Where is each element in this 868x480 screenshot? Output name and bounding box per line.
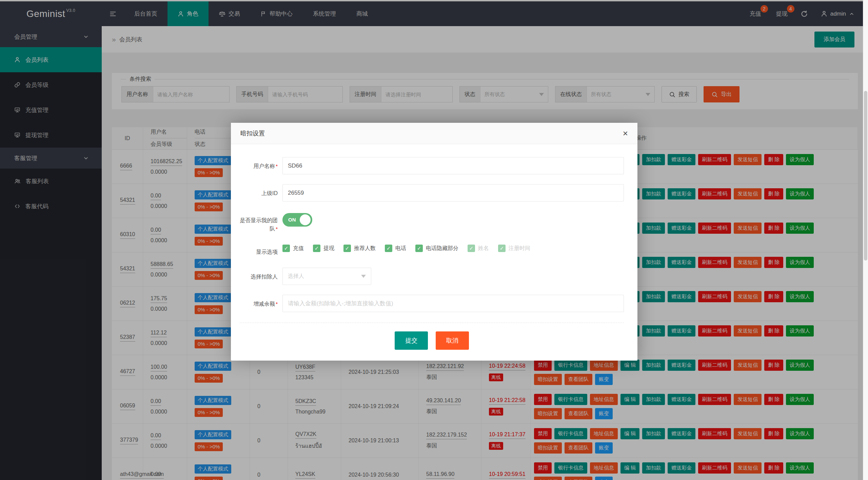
required-mark: * — [276, 163, 278, 169]
option-label: 提现 — [323, 245, 334, 252]
deduct-person-value: 选择人 — [288, 273, 304, 280]
checkbox-checked-icon: ✓ — [468, 245, 475, 252]
checkbox-checked-icon: ✓ — [415, 245, 423, 252]
display-options-label-text: 显示选项 — [256, 249, 278, 255]
option-checkbox-电话隐藏部分[interactable]: ✓电话隐藏部分 — [415, 245, 458, 252]
show-team-label-text: 是否显示我的团队 — [240, 217, 278, 232]
option-label: 推荐人数 — [354, 245, 376, 252]
show-team-toggle[interactable]: ON — [282, 213, 312, 227]
close-icon[interactable]: × — [623, 129, 628, 138]
amount-label-text: 增减余额 — [253, 301, 275, 307]
parent-id-label: 上级ID — [240, 189, 278, 201]
username-label-text: 用户名称 — [253, 163, 275, 169]
amount-label: 增减余额* — [240, 300, 278, 312]
form-row-display-options: 显示选项 ✓充值✓提现✓推荐人数✓电话✓电话隐藏部分✓姓名✓注册时间 — [240, 245, 624, 256]
form-row-username: 用户名称* — [240, 157, 624, 174]
form-row-parent-id: 上级ID — [240, 184, 624, 201]
checkbox-checked-icon: ✓ — [313, 245, 320, 252]
submit-button[interactable]: 提交 — [395, 331, 428, 350]
deduct-person-select[interactable]: 选择人 — [282, 268, 371, 285]
deduction-settings-modal: 暗扣设置 × 用户名称* 上级ID 是否显示我的团队* ON — [231, 123, 637, 361]
username-label: 用户名称* — [240, 162, 278, 174]
option-label: 注册时间 — [509, 245, 530, 252]
checkbox-checked-icon: ✓ — [385, 245, 392, 252]
form-row-amount: 增减余额* — [240, 295, 624, 312]
modal-body: 用户名称* 上级ID 是否显示我的团队* ON 显示选项 ✓充值✓提现✓推荐人数… — [231, 144, 637, 350]
option-label: 充值 — [293, 245, 304, 252]
toggle-on-label: ON — [288, 217, 296, 223]
modal-header: 暗扣设置 × — [231, 123, 637, 144]
modal-title: 暗扣设置 — [240, 129, 265, 137]
form-row-deduct-person: 选择扣除人 选择人 — [240, 268, 624, 285]
option-checkbox-提现[interactable]: ✓提现 — [313, 245, 334, 252]
display-options-label: 显示选项 — [240, 248, 278, 256]
option-checkbox-姓名[interactable]: ✓姓名 — [468, 245, 489, 252]
modal-footer: 提交 取消 — [240, 331, 624, 350]
toggle-knob — [300, 214, 311, 225]
option-checkbox-充值[interactable]: ✓充值 — [282, 245, 304, 252]
required-mark: * — [276, 226, 278, 232]
chevron-down-icon — [361, 275, 366, 278]
option-checkbox-电话[interactable]: ✓电话 — [385, 245, 406, 252]
amount-field[interactable] — [282, 295, 624, 312]
page: Geminist V3.0 后台首页角色交易帮助中心系统管理商城 充值2提现4 … — [0, 0, 868, 480]
window-scrollbar — [863, 0, 868, 480]
modal-divider — [240, 323, 624, 323]
parent-id-label-text: 上级ID — [261, 190, 278, 196]
option-label: 姓名 — [478, 245, 489, 252]
form-row-show-team: 是否显示我的团队* ON — [240, 211, 624, 233]
option-checkbox-推荐人数[interactable]: ✓推荐人数 — [343, 245, 376, 252]
checkbox-checked-icon: ✓ — [282, 245, 290, 252]
parent-id-field[interactable] — [282, 184, 624, 201]
deduct-person-label-text: 选择扣除人 — [251, 274, 278, 280]
required-mark: * — [276, 301, 278, 307]
display-options: ✓充值✓提现✓推荐人数✓电话✓电话隐藏部分✓姓名✓注册时间 — [282, 245, 539, 252]
option-checkbox-注册时间[interactable]: ✓注册时间 — [498, 245, 530, 252]
deduct-person-label: 选择扣除人 — [240, 272, 278, 285]
cancel-button[interactable]: 取消 — [436, 331, 469, 350]
scrollbar-thumb[interactable] — [864, 91, 867, 261]
option-label: 电话 — [395, 245, 406, 252]
checkbox-checked-icon: ✓ — [498, 245, 506, 252]
show-team-label: 是否显示我的团队* — [240, 216, 278, 233]
checkbox-checked-icon: ✓ — [343, 245, 351, 252]
username-field[interactable] — [282, 157, 624, 174]
option-label: 电话隐藏部分 — [426, 245, 458, 252]
